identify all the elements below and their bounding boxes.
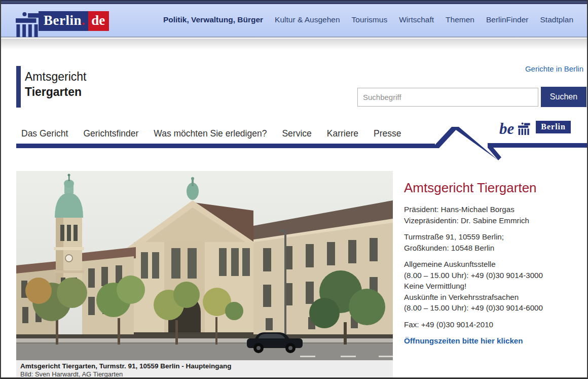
topnav-berlinfinder[interactable]: BerlinFinder xyxy=(486,15,529,24)
court-fax: Fax: +49 (0)30 9014-2010 xyxy=(404,319,587,330)
info-line-2: (8.00 – 15.00 Uhr): +49 (0)30 9014-3000 xyxy=(404,271,543,280)
topnav-item: Themen xyxy=(446,15,474,24)
brandenburg-gate-small-icon xyxy=(517,122,534,135)
photo-caption-credit: Bild: Sven Harwardt, AG Tiergarten xyxy=(20,370,389,378)
be-berlin-wordmark: Berlin xyxy=(536,121,571,133)
search-input[interactable] xyxy=(357,88,538,107)
court-heading: Amtsgericht Tiergarten xyxy=(404,180,587,196)
top-accent-strip xyxy=(1,0,587,4)
opening-hours-link[interactable]: Öffnungszeiten bitte hier klicken xyxy=(404,336,523,345)
logo-dot: . xyxy=(82,13,85,28)
topnav-wirtschaft[interactable]: Wirtschaft xyxy=(399,15,434,24)
logo-wordmark: Berlin. de xyxy=(39,11,109,31)
topnav-themen[interactable]: Themen xyxy=(446,15,474,24)
header-shadow xyxy=(1,39,587,50)
address-line1: Turmstraße 91, 10559 Berlin; xyxy=(404,232,504,241)
top-navigation: Politik, Verwaltung, Bürger Kultur & Aus… xyxy=(163,15,573,24)
site-header: Berlin. de Politik, Verwaltung, Bürger K… xyxy=(1,4,587,38)
logo-de-box: de xyxy=(88,11,109,31)
browser-page: Berlin. de Politik, Verwaltung, Bürger K… xyxy=(0,0,588,379)
court-info-box: Amtsgericht Tiergarten Präsident: Hans-M… xyxy=(404,180,587,346)
court-address: Turmstraße 91, 10559 Berlin; Großkunden:… xyxy=(404,231,587,253)
courthouse-photo xyxy=(16,171,393,360)
photo-caption-title: Amtsgericht Tiergarten, Turmstr. 91, 105… xyxy=(20,362,389,370)
topnav-item: Stadtplan xyxy=(540,15,574,24)
page-title-line2: Tiergarten xyxy=(25,84,86,99)
vice-president-line: Vizepräsidentin: Dr. Sabine Emmrich xyxy=(404,216,529,225)
berlin-de-logo[interactable]: Berlin. de xyxy=(14,10,109,37)
be-berlin-be-text: be xyxy=(499,121,514,136)
topnav-stadtplan[interactable]: Stadtplan xyxy=(540,15,574,24)
court-leadership: Präsident: Hans-Michael Borgas Vizepräsi… xyxy=(404,204,587,226)
topnav-item: Wirtschaft xyxy=(399,15,434,24)
info-line-1: Allgemeine Auskunftsstelle xyxy=(404,260,496,268)
topnav-tourismus[interactable]: Tourismus xyxy=(352,15,388,24)
topnav-item: Tourismus xyxy=(352,15,388,24)
photo-caption: Amtsgericht Tiergarten, Turmstr. 91, 105… xyxy=(16,360,393,378)
topnav-kultur-ausgehen[interactable]: Kultur & Ausgehen xyxy=(275,15,340,24)
info-line-5: (8.00 – 15.00 Uhr): +49 (0)30 9014-6000 xyxy=(404,303,543,312)
court-phone-info: Allgemeine Auskunftsstelle (8.00 – 15.00… xyxy=(404,259,587,314)
info-line-4: Auskünfte in Verkehrsstrafsachen xyxy=(404,293,519,301)
topnav-politik-verwaltung-buerger[interactable]: Politik, Verwaltung, Bürger xyxy=(163,15,263,24)
title-accent-bar xyxy=(16,66,21,108)
page-title: Amtsgericht Tiergarten xyxy=(25,69,86,99)
logo-berlin-box: Berlin. xyxy=(39,11,88,31)
page-title-line1: Amtsgericht xyxy=(25,69,86,84)
topnav-item: Politik, Verwaltung, Bürger xyxy=(163,15,263,24)
president-line: Präsident: Hans-Michael Borgas xyxy=(404,205,514,214)
address-line2: Großkunden: 10548 Berlin xyxy=(404,244,494,252)
gerichte-in-berlin-link[interactable]: Gerichte in Berlin xyxy=(525,64,583,73)
search-button[interactable]: Suchen xyxy=(541,87,586,107)
topnav-item: Kultur & Ausgehen xyxy=(275,15,340,24)
be-berlin-logo: be Berlin xyxy=(499,121,571,136)
info-line-3: Keine Vermittlung! xyxy=(404,282,466,290)
topnav-item: BerlinFinder xyxy=(486,15,529,24)
